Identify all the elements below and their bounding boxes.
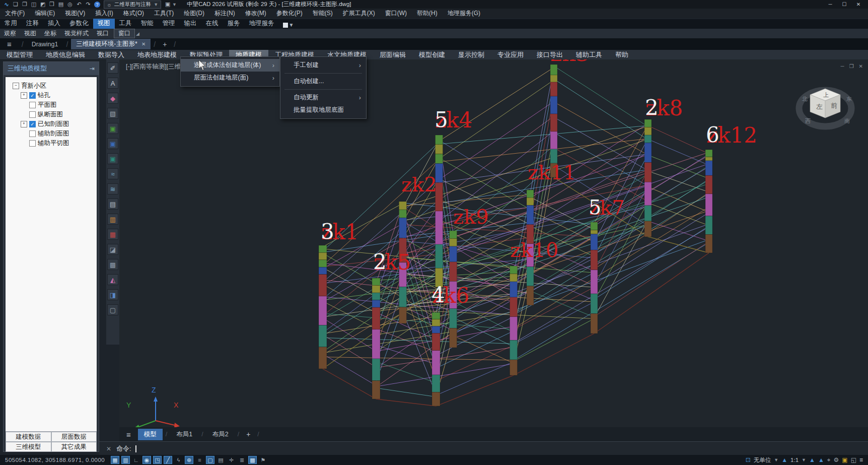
menu-item[interactable]: 编辑(E) xyxy=(30,9,60,18)
dynamic-ucs-icon[interactable]: ⊕ xyxy=(185,456,193,464)
transparency-icon[interactable]: ▢ xyxy=(206,456,214,464)
compass-label[interactable]: 西 xyxy=(805,118,811,124)
geo-menu-帮助[interactable]: 帮助 xyxy=(609,50,635,59)
menu-item[interactable]: 自动更新› xyxy=(280,91,366,104)
menu-item[interactable]: 手工创建› xyxy=(280,59,366,72)
geo-menu-辅助工具[interactable]: 辅助工具 xyxy=(569,50,609,59)
close-button[interactable]: ✕ xyxy=(853,2,864,7)
palette-erase-icon[interactable]: ◆ xyxy=(107,93,118,104)
dynamic-input-icon[interactable]: ϟ xyxy=(174,456,183,464)
viewcube-face-left[interactable]: 左 xyxy=(816,103,823,110)
visibility-checkbox[interactable] xyxy=(29,102,36,108)
menu-item[interactable]: 修改(M) xyxy=(240,9,271,18)
view-panel-窗口[interactable]: 窗口 xyxy=(114,29,135,38)
save-icon[interactable]: ◫ xyxy=(29,1,38,8)
minimize-button[interactable]: ─ xyxy=(825,2,836,7)
menu-item[interactable]: 文件(F) xyxy=(0,9,30,18)
tree-item-辅助剖面图[interactable]: 辅助剖面图 xyxy=(6,129,97,139)
ribbon-tab-工具[interactable]: 工具 xyxy=(115,19,136,29)
geo-menu-专业应用[interactable]: 专业应用 xyxy=(491,50,530,59)
ribbon-tab-视图[interactable]: 视图 xyxy=(93,19,115,29)
minimize-icon[interactable]: ─ xyxy=(841,63,844,69)
menu-item[interactable]: 地理服务(G) xyxy=(443,9,485,18)
menu-item[interactable]: 插入(I) xyxy=(90,9,118,18)
geo-menu-数据导入[interactable]: 数据导入 xyxy=(92,50,131,59)
grid-display-icon[interactable]: ▦ xyxy=(111,456,119,464)
object-snap-tracking-icon[interactable]: ╱ xyxy=(164,456,172,464)
tree-root-row[interactable]: −育新小区 xyxy=(6,81,97,91)
ribbon-tab-在线[interactable]: 在线 xyxy=(201,19,223,29)
palette-grid-icon[interactable]: ▩ xyxy=(107,259,118,270)
view-panel-视觉样式[interactable]: 视觉样式 xyxy=(60,29,93,38)
menu-item[interactable]: 窗口(W) xyxy=(380,9,412,18)
geo-menu-地质信息编辑[interactable]: 地质信息编辑 xyxy=(39,50,92,59)
auto-annotation-icon[interactable]: ▲ xyxy=(818,456,824,463)
chevron-down-icon[interactable]: ▼ xyxy=(774,457,778,462)
compass-label[interactable]: 南 xyxy=(844,118,850,124)
palette-text-icon[interactable]: A xyxy=(107,78,118,89)
palette-terrain-icon[interactable]: ≋ xyxy=(107,183,118,194)
menu-item[interactable]: 帮助(H) xyxy=(412,9,443,18)
geo-menu-接口导出[interactable]: 接口导出 xyxy=(530,50,569,59)
palette-pink-icon[interactable]: ◭ xyxy=(107,274,118,285)
menu-item[interactable]: 层面法创建地层(面)› xyxy=(181,72,279,84)
annotation-visibility-icon[interactable]: ▲ xyxy=(809,456,815,463)
palette-teal-icon[interactable]: ▣ xyxy=(107,153,118,164)
undo-icon[interactable]: ↶ xyxy=(75,1,84,8)
view-panel-观察[interactable]: 观察 xyxy=(0,29,20,38)
selection-cycling-icon[interactable]: ✛ xyxy=(227,456,236,464)
panel-button-其它成果[interactable]: 其它成果 xyxy=(51,442,97,452)
menu-item[interactable]: 格式(O) xyxy=(118,9,149,18)
hardware-accel-icon[interactable]: ▩ xyxy=(248,456,257,464)
workspace-switch-icon[interactable]: ⌖ xyxy=(827,456,831,463)
chevron-down-icon[interactable]: ▼ xyxy=(172,2,177,7)
redo-icon[interactable]: ↷ xyxy=(84,1,93,8)
visibility-checkbox[interactable] xyxy=(29,140,36,147)
view-panel-视口[interactable]: 视口 xyxy=(93,29,113,38)
menu-item[interactable]: 工具(T) xyxy=(149,9,179,18)
tree-item-已知剖面图[interactable]: +✓已知剖面图 xyxy=(6,119,97,129)
workspace-combo[interactable]: ☼ 二维草图与注释 ▼ xyxy=(104,1,161,9)
geo-menu-显示控制[interactable]: 显示控制 xyxy=(452,50,491,59)
geo-menu-模型创建[interactable]: 模型创建 xyxy=(412,50,452,59)
palette-misc-icon[interactable]: ▢ xyxy=(107,304,118,315)
annotation-scale-icon[interactable]: ▲ xyxy=(781,456,787,463)
ribbon-tab-智能[interactable]: 智能 xyxy=(136,19,158,29)
ortho-mode-icon[interactable]: ∟ xyxy=(132,456,140,464)
geo-menu-模型管理[interactable]: 模型管理 xyxy=(0,50,39,59)
annotation-monitor-icon[interactable]: ≣ xyxy=(238,456,246,464)
palette-green-icon[interactable]: ▣ xyxy=(107,123,118,134)
tree-item-纵断面图[interactable]: 纵断面图 xyxy=(6,110,97,119)
menu-item[interactable]: 参数化(P) xyxy=(271,9,308,18)
clean-screen-icon[interactable]: ⚑ xyxy=(259,456,267,464)
palette-modify-icon[interactable]: ✐ xyxy=(107,62,118,74)
close-icon[interactable]: ✕ xyxy=(859,63,863,69)
command-line[interactable]: ✕ 命令: xyxy=(99,441,868,455)
ribbon-extra-icon[interactable]: ▼ xyxy=(283,22,294,29)
tree-item-平面图[interactable]: 平面图 xyxy=(6,100,97,110)
quick-properties-icon[interactable]: ▤ xyxy=(216,456,225,464)
layout-tab-模型[interactable]: 模型 xyxy=(138,429,163,440)
close-icon[interactable]: ✕ xyxy=(141,41,146,47)
snap-mode-icon[interactable]: ▥ xyxy=(121,456,130,464)
compass-label[interactable]: 东 xyxy=(846,96,852,102)
expand-box-icon[interactable]: + xyxy=(21,121,27,127)
status-menu-icon[interactable]: ≡ xyxy=(859,456,863,463)
tree-item-钻孔[interactable]: +✓钻孔 xyxy=(6,91,97,100)
doc-tab[interactable]: Drawing1 xyxy=(27,40,63,49)
new-layout-button[interactable]: + xyxy=(242,430,254,438)
visibility-checkbox[interactable]: ✓ xyxy=(29,121,36,127)
collapse-box-icon[interactable]: − xyxy=(13,83,19,89)
open-folder-icon[interactable]: ❐ xyxy=(20,1,29,8)
maximize-button[interactable]: ☐ xyxy=(839,2,850,7)
palette-layer-icon[interactable]: ▧ xyxy=(107,108,118,119)
new-file-icon[interactable]: ❏ xyxy=(11,1,20,8)
visibility-checkbox[interactable] xyxy=(29,111,36,118)
panel-collapse-icon[interactable]: ⇥ xyxy=(90,65,95,72)
doc-tab-menu-icon[interactable]: ≡ xyxy=(0,40,19,48)
view-cube[interactable]: 北东西南上左前 xyxy=(794,85,859,135)
palette-view-icon[interactable]: ◨ xyxy=(107,289,118,300)
grid-units-icon[interactable]: ⊡ xyxy=(746,456,751,463)
palette-orange-icon[interactable]: ▥ xyxy=(107,214,118,225)
visibility-checkbox[interactable] xyxy=(29,130,36,137)
